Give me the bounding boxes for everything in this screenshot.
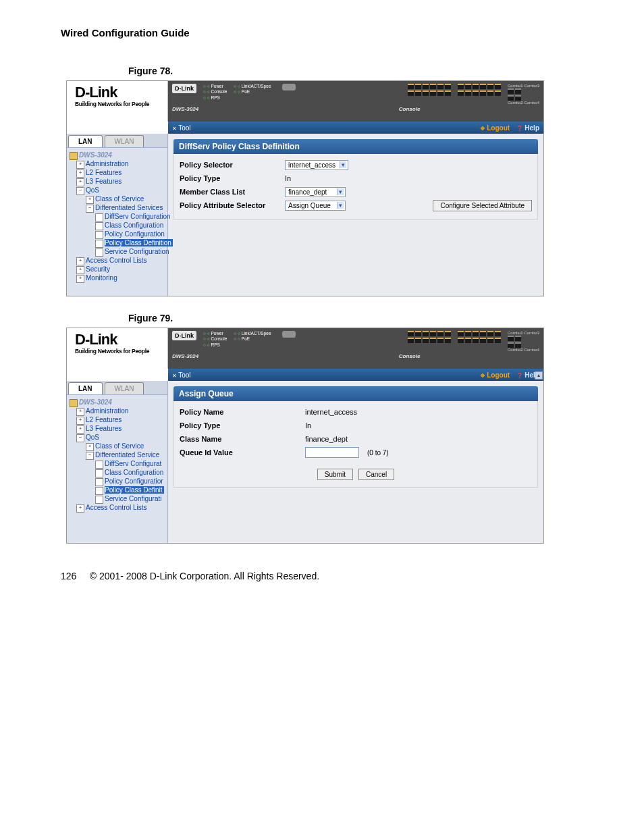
tool-button-79[interactable]: Tool [172, 371, 191, 379]
configure-attribute-button[interactable]: Configure Selected Attribute [433, 200, 532, 211]
sidebar-79: LAN WLAN DWS-3024 Administration L2 Feat… [67, 381, 168, 543]
tree-qos-79[interactable]: QoS [76, 433, 166, 442]
tree-root[interactable]: DWS-3024 [70, 151, 166, 159]
panel-header-78: DiffServ Policy Class Definition [173, 139, 538, 154]
select-policy-selector[interactable]: internet_access [285, 160, 348, 170]
main-content-79: Assign Queue Policy Name internet_access… [168, 381, 543, 543]
tree-l2-79[interactable]: L2 Features [76, 415, 166, 424]
label-queue-id: Queue Id Value [180, 448, 281, 457]
tree-l2[interactable]: L2 Features [76, 168, 166, 177]
tree-class-config-79[interactable]: Class Configuration [95, 468, 166, 477]
tree-acl[interactable]: Access Control Lists [76, 256, 166, 265]
submit-button[interactable]: Submit [317, 469, 353, 480]
label-policy-type-79: Policy Type [180, 421, 281, 429]
tree-cos[interactable]: Class of Service [86, 194, 166, 203]
led-group-right: Link/ACT/Spee PoE [234, 84, 271, 95]
tree-service-config[interactable]: Service Configuration [95, 247, 166, 256]
mini-logo-79: D-Link [172, 331, 196, 340]
value-policy-type-79: In [305, 421, 311, 429]
console-label-79: Console [399, 353, 421, 359]
tree-policy-config[interactable]: Policy Configuration [95, 230, 166, 238]
nav-tree: DWS-3024 Administration L2 Features L3 F… [67, 148, 167, 288]
logout-button[interactable]: Logout [481, 124, 510, 132]
tree-monitoring[interactable]: Monitoring [76, 273, 166, 282]
figure-79-label: Figure 79. [128, 313, 603, 323]
dlink-tagline-79: Building Networks for People [75, 348, 162, 355]
port-block-1 [408, 84, 451, 89]
tree-admin[interactable]: Administration [76, 159, 166, 168]
console-port-icon-79 [282, 331, 296, 338]
tree-l3-79[interactable]: L3 Features [76, 424, 166, 433]
value-policy-type: In [285, 174, 291, 182]
figure-78-screenshot: D-Link Building Networks for People D-Li… [66, 80, 544, 296]
figure-79-screenshot: ▴ D-Link Building Networks for People D-… [66, 328, 544, 544]
tree-diffserv[interactable]: Differentiated Services [86, 203, 166, 212]
tree-l3[interactable]: L3 Features [76, 177, 166, 186]
tree-diffserv-config-79[interactable]: DiffServ Configurat [95, 459, 166, 468]
cancel-button[interactable]: Cancel [358, 469, 394, 480]
toolbar: Tool Logout Help [168, 122, 543, 134]
tree-service-config-79[interactable]: Service Configurati [95, 494, 166, 503]
toolbar-79: Tool Logout Help [168, 369, 543, 381]
tree-admin-79[interactable]: Administration [76, 407, 166, 415]
label-policy-selector: Policy Selector [180, 161, 281, 169]
model-label-79: DWS-3024 [172, 353, 198, 359]
dlink-tagline: Building Networks for People [75, 101, 162, 107]
copyright: © 2001- 2008 D-Link Corporation. All Rig… [90, 571, 319, 581]
value-policy-name: internet_access [305, 408, 357, 416]
page-footer: 126 © 2001- 2008 D-Link Corporation. All… [61, 571, 603, 581]
label-member-class: Member Class List [180, 188, 281, 196]
device-ports-panel: D-Link Power Console RPS Link/ACT/Spee P… [168, 81, 543, 122]
tree-diffserv-config[interactable]: DiffServ Configuration [95, 212, 166, 221]
tree-policy-config-79[interactable]: Policy Configuratior [95, 477, 166, 486]
tree-diffserv-79[interactable]: Differentiated Service [86, 450, 166, 459]
dlink-logo-79: D-Link [75, 332, 162, 347]
tree-root-79[interactable]: DWS-3024 [70, 398, 166, 407]
figure-78-label: Figure 78. [128, 66, 603, 76]
led-group-left: Power Console RPS [203, 84, 227, 101]
nav-tree-79: DWS-3024 Administration L2 Features L3 F… [67, 395, 167, 517]
tree-policy-class-def-79[interactable]: Policy Class Definit [95, 486, 166, 494]
scroll-up-icon[interactable]: ▴ [535, 371, 543, 380]
label-attr-selector: Policy Attribute Selector [180, 201, 281, 209]
hint-queue-id: (0 to 7) [367, 449, 389, 457]
logout-button-79[interactable]: Logout [481, 371, 510, 379]
sidebar: LAN WLAN DWS-3024 Administration L2 Feat… [67, 134, 168, 296]
value-class-name: finance_dept [305, 435, 348, 443]
tab-lan[interactable]: LAN [68, 135, 103, 147]
select-member-class[interactable]: finance_dept [285, 187, 346, 197]
port-block-2 [458, 84, 501, 89]
tool-button[interactable]: Tool [172, 124, 191, 132]
tree-qos[interactable]: QoS [76, 186, 166, 194]
panel-header-79: Assign Queue [173, 386, 538, 401]
console-port-icon [282, 84, 296, 90]
led-group-right-79: Link/ACT/Spee PoE [234, 331, 271, 342]
combo-label-top: Combo1 Combo3 [508, 84, 539, 88]
dlink-logo: D-Link [75, 85, 162, 100]
led-group-left-79: Power Console RPS [203, 331, 227, 348]
input-queue-id[interactable] [305, 447, 359, 458]
page-number: 126 [61, 571, 76, 581]
console-label: Console [399, 106, 421, 112]
tab-lan-79[interactable]: LAN [68, 382, 103, 394]
label-class-name: Class Name [180, 435, 281, 443]
mini-logo: D-Link [172, 84, 196, 93]
label-policy-name: Policy Name [180, 408, 281, 416]
tree-class-config[interactable]: Class Configuration [95, 221, 166, 230]
model-label: DWS-3024 [172, 106, 198, 112]
main-content-78: DiffServ Policy Class Definition Policy … [168, 134, 543, 296]
logo-cell-79: D-Link Building Networks for People [67, 328, 168, 369]
tree-cos-79[interactable]: Class of Service [86, 442, 166, 450]
tab-wlan[interactable]: WLAN [105, 135, 144, 147]
device-ports-panel-79: D-Link Power Console RPS Link/ACT/Spee P… [168, 328, 543, 369]
label-policy-type: Policy Type [180, 174, 281, 182]
tree-security[interactable]: Security [76, 265, 166, 273]
help-button[interactable]: Help [516, 124, 539, 132]
tab-wlan-79[interactable]: WLAN [105, 382, 144, 394]
tree-acl-79[interactable]: Access Control Lists [76, 503, 166, 512]
combo-label-bot: Combo2 Combo4 [508, 101, 539, 105]
doc-title: Wired Configuration Guide [61, 27, 603, 38]
logo-cell: D-Link Building Networks for People [67, 81, 168, 122]
select-attr-selector[interactable]: Assign Queue [285, 201, 346, 211]
tree-policy-class-def[interactable]: Policy Class Definition [95, 238, 166, 247]
